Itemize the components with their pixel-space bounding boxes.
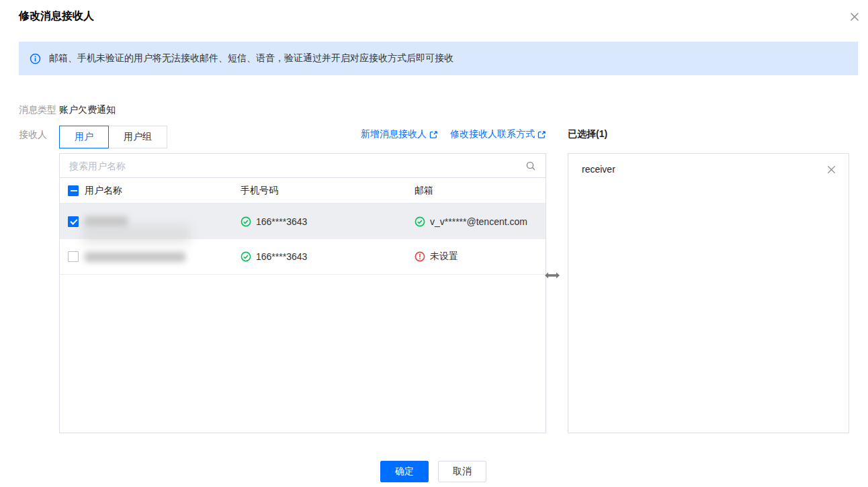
dialog-close-button[interactable]: [845, 8, 864, 27]
search-input[interactable]: [69, 161, 525, 171]
message-type-label: 消息类型: [19, 104, 56, 116]
modify-recipient-dialog: 修改消息接收人 邮箱、手机未验证的用户将无法接收邮件、短信、语音，验证通过并开启…: [0, 0, 868, 487]
select-all-checkbox[interactable]: [68, 185, 79, 196]
recipient-label: 接收人: [19, 129, 47, 141]
redacted-username: [85, 252, 185, 262]
modify-contact-link-label: 修改接收人联系方式: [450, 128, 535, 140]
table-row[interactable]: 166****3643 v_v******@tencent.com: [60, 204, 546, 239]
email-value: v_v******@tencent.com: [430, 216, 527, 227]
selected-count-header: 已选择(1): [568, 128, 607, 140]
info-icon: [30, 53, 41, 64]
external-link-icon: [429, 130, 438, 139]
user-list-panel: 用户名称 手机号码 邮箱 166****3643 v_v******@t: [59, 153, 546, 433]
email-status: 未设置: [430, 251, 458, 263]
verified-check-icon: [415, 216, 425, 227]
remove-selected-button[interactable]: [826, 165, 836, 175]
table-row[interactable]: 166****3643 未设置: [60, 239, 546, 275]
tab-user[interactable]: 用户: [59, 126, 109, 148]
search-row: [60, 154, 546, 178]
tab-user-group[interactable]: 用户组: [108, 126, 167, 148]
phone-value: 166****3643: [256, 251, 307, 262]
selected-list-panel: receiver: [568, 153, 849, 433]
column-header-name: 用户名称: [85, 185, 122, 197]
search-icon[interactable]: [525, 161, 536, 171]
info-banner: 邮箱、手机未验证的用户将无法接收邮件、短信、语音，验证通过并开启对应接收方式后即…: [19, 42, 858, 75]
external-link-icon: [537, 130, 546, 139]
recipient-type-tabs: 用户 用户组: [59, 126, 167, 148]
verified-check-icon: [241, 251, 251, 262]
add-recipient-link-label: 新增消息接收人: [361, 128, 427, 140]
column-header-email: 邮箱: [415, 185, 433, 197]
selected-item: receiver: [568, 154, 849, 185]
banner-text: 邮箱、手机未验证的用户将无法接收邮件、短信、语音，验证通过并开启对应接收方式后即…: [49, 52, 453, 64]
redacted-username: [85, 216, 128, 226]
modify-contact-link[interactable]: 修改接收人联系方式: [450, 128, 546, 140]
cancel-button[interactable]: 取消: [438, 461, 486, 482]
table-header: 用户名称 手机号码 邮箱: [60, 178, 546, 204]
close-icon: [849, 11, 860, 24]
transfer-arrow-icon: [542, 271, 562, 279]
row-checkbox[interactable]: [68, 251, 79, 262]
confirm-button[interactable]: 确定: [380, 461, 429, 482]
selected-item-name: receiver: [582, 164, 615, 175]
phone-value: 166****3643: [256, 216, 307, 227]
warning-icon: [415, 251, 425, 262]
verified-check-icon: [241, 216, 251, 227]
recipient-links: 新增消息接收人 修改接收人联系方式: [378, 128, 546, 140]
message-type-value: 账户欠费通知: [59, 104, 116, 116]
column-header-phone: 手机号码: [241, 185, 278, 197]
dialog-title: 修改消息接收人: [19, 9, 94, 24]
add-recipient-link[interactable]: 新增消息接收人: [361, 128, 438, 140]
row-checkbox[interactable]: [68, 216, 79, 227]
